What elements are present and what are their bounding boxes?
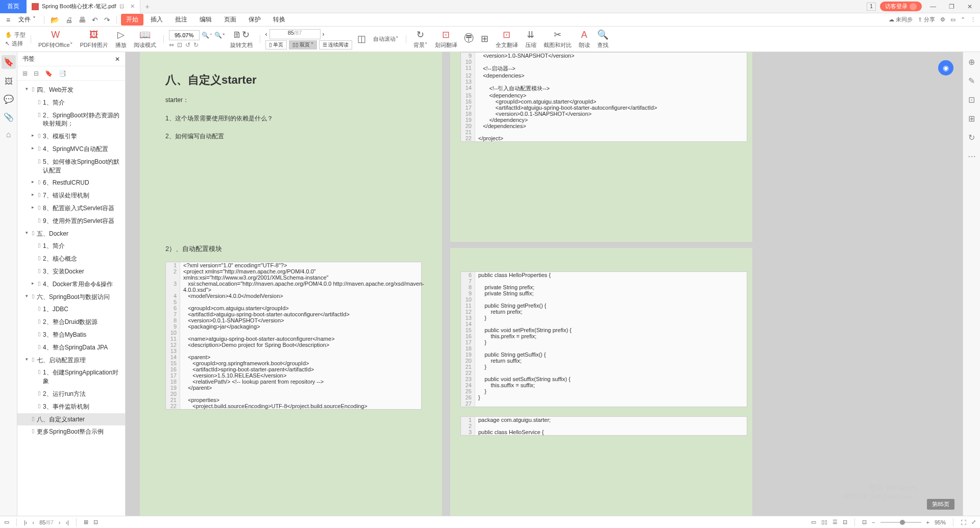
document-viewport[interactable]: 八、自定义starter starter： 1、这个场景需要使用到的依赖是什么？…: [126, 52, 963, 516]
bookmark-item[interactable]: ▯1、JDBC: [17, 303, 125, 316]
menu-convert[interactable]: 转换: [268, 15, 290, 24]
tool-icon-2[interactable]: ✎: [968, 76, 975, 86]
rotate-doc[interactable]: 🗎↻旋转文档: [228, 29, 255, 49]
zoom-out-icon[interactable]: 🔍⁻: [202, 32, 212, 39]
prev-page-status-icon[interactable]: ‹: [33, 519, 35, 525]
bookmark-item[interactable]: ▸▯8、配置嵌入式Servlet容器: [17, 202, 125, 215]
bookmark-item[interactable]: ▸▯4、Docker常用命令&操作: [17, 278, 125, 291]
menu-page[interactable]: 页面: [219, 15, 241, 24]
view-mode-2-icon[interactable]: ▯▯: [821, 519, 827, 525]
pin-icon[interactable]: ⊡: [119, 3, 124, 10]
fit-page-icon[interactable]: ⊡: [177, 41, 182, 48]
status-layout-icon[interactable]: ⊞: [84, 519, 88, 525]
view-mode-3-icon[interactable]: ☰: [832, 519, 838, 525]
thumbnail-rail-icon[interactable]: 🖼: [5, 77, 13, 86]
bookmark-item[interactable]: ▯5、如何修改SpringBoot的默认配置: [17, 156, 125, 177]
save-icon[interactable]: 🖨: [63, 16, 75, 24]
continuous-button[interactable]: ☰ 连续阅读: [319, 40, 352, 49]
select-tool[interactable]: ↖ 选择: [5, 40, 26, 47]
tool-icon-1[interactable]: ⊕: [968, 57, 975, 67]
redo-icon[interactable]: ↷: [102, 16, 112, 24]
menu-insert[interactable]: 插入: [145, 15, 168, 24]
home-rail-icon[interactable]: ⌂: [6, 130, 11, 139]
background[interactable]: ↻背景˅: [411, 29, 430, 49]
file-tab[interactable]: Spring Boot核心技术-笔记.pdf ⊡ ✕: [27, 0, 140, 13]
bookmark-item[interactable]: ▯八、自定义starter: [17, 413, 125, 426]
tool-icon-5[interactable]: ↻: [968, 133, 975, 142]
text-extract[interactable]: 〶: [462, 33, 476, 45]
add-bookmark-icon[interactable]: 🔖: [45, 70, 53, 77]
screenshot[interactable]: ✂截图和对比: [542, 29, 574, 49]
bookmark-item[interactable]: ▾▯四、Web开发: [17, 84, 125, 96]
tool-icon-3[interactable]: ⊡: [968, 95, 975, 105]
collapse-all-icon[interactable]: ⊟: [34, 70, 39, 77]
compress[interactable]: ⇊压缩: [523, 29, 538, 49]
status-view-icon[interactable]: ▭: [4, 519, 9, 525]
bookmark-item[interactable]: ▯3、整合MyBatis: [17, 329, 125, 341]
share-button[interactable]: ⇪ 分享: [918, 16, 935, 23]
zoom-out-status-icon[interactable]: −: [872, 519, 875, 525]
bookmark-item[interactable]: ▸▯6、RestfulCRUD: [17, 177, 125, 189]
first-page-icon[interactable]: |‹: [24, 519, 28, 525]
zoom-slider[interactable]: [880, 522, 921, 523]
status-page[interactable]: 85/87: [39, 519, 54, 525]
maximize-button[interactable]: ❐: [944, 2, 959, 12]
bookmark-item[interactable]: ▸▯7、错误处理机制: [17, 189, 125, 202]
window-icon[interactable]: ▭: [950, 16, 955, 23]
zoom-in-icon[interactable]: 🔍⁺: [214, 32, 225, 39]
minimize-button[interactable]: —: [926, 2, 940, 12]
open-icon[interactable]: 📂: [48, 16, 61, 24]
assistant-float-button[interactable]: ◉: [938, 60, 953, 76]
tool-icon-4[interactable]: ⊞: [968, 114, 975, 123]
rotate-left-icon[interactable]: ↺: [185, 41, 190, 48]
bookmark-nav[interactable]: ◫: [355, 33, 368, 45]
bookmark-item[interactable]: ▯更多SpringBoot整合示例: [17, 425, 125, 438]
fit-width-icon[interactable]: ⇔: [169, 41, 174, 48]
auto-scroll[interactable]: 自动滚动˅: [371, 35, 401, 43]
zoom-input[interactable]: [169, 30, 200, 40]
ocr[interactable]: ⊞: [479, 33, 491, 45]
hamburger-icon[interactable]: ≡: [4, 16, 12, 24]
close-window-button[interactable]: ✕: [963, 2, 977, 12]
status-layout-icon-2[interactable]: ⊡: [93, 519, 98, 525]
double-page-button[interactable]: ▯▯ 双页˅: [289, 40, 317, 49]
bookmark-item[interactable]: ▯2、SpringBoot对静态资源的映射规则；: [17, 109, 125, 131]
play-button[interactable]: ▷播放: [113, 29, 129, 49]
close-panel-icon[interactable]: ✕: [115, 56, 120, 63]
next-page-icon[interactable]: ›: [323, 31, 325, 38]
add-tab-button[interactable]: +: [140, 3, 155, 11]
next-page-status-icon[interactable]: ›: [59, 519, 61, 525]
bookmark-item[interactable]: ▯1、简介: [17, 96, 125, 109]
view-mode-1-icon[interactable]: ▭: [811, 519, 816, 525]
close-tab-icon[interactable]: ✕: [130, 3, 135, 10]
home-tab[interactable]: 首页: [0, 0, 27, 13]
fullscreen-icon[interactable]: ⛶: [961, 519, 966, 525]
bookmark-item[interactable]: ▯1、创建SpringApplication对象: [17, 366, 125, 388]
read-aloud[interactable]: A朗读: [577, 30, 592, 49]
bookmark-item[interactable]: ▾▯六、SpringBoot与数据访问: [17, 291, 125, 304]
bookmark-item[interactable]: ▯2、核心概念: [17, 253, 125, 265]
zoom-in-status-icon[interactable]: +: [926, 519, 929, 525]
fit-icon[interactable]: ⊡: [862, 519, 867, 525]
pdf-to-image[interactable]: 🖼PDF转图片: [78, 30, 110, 49]
bookmark-rail-icon[interactable]: 🔖: [2, 55, 16, 69]
menu-annotate[interactable]: 批注: [170, 15, 192, 24]
bookmark-item[interactable]: ▯2、运行run方法: [17, 388, 125, 400]
single-page-button[interactable]: ▯ 单页: [265, 40, 287, 49]
notification-badge[interactable]: 1: [867, 3, 876, 11]
bookmark-item[interactable]: ▸▯4、SpringMVC自动配置: [17, 143, 125, 156]
bookmark-item[interactable]: ▯2、整合Druid数据源: [17, 316, 125, 329]
expand-all-icon[interactable]: ⊞: [22, 70, 28, 77]
word-translate[interactable]: ⊡划词翻译: [433, 29, 459, 49]
find-button[interactable]: 🔍查找: [595, 29, 610, 49]
attachment-rail-icon[interactable]: 📎: [4, 112, 14, 122]
bookmark-item[interactable]: ▯4、整合SpringData JPA: [17, 341, 125, 354]
view-mode-4-icon[interactable]: ⊡: [843, 519, 847, 525]
hand-tool[interactable]: ✋ 手型: [5, 31, 26, 39]
file-menu[interactable]: 文件 ˅: [14, 15, 39, 24]
zoom-value[interactable]: 95%: [935, 519, 946, 525]
bookmark-item[interactable]: ▾▯七、启动配置原理: [17, 354, 125, 367]
delete-bookmark-icon[interactable]: 📑: [59, 70, 66, 77]
page-input[interactable]: 85/87: [270, 29, 321, 39]
bookmark-item[interactable]: ▯1、简介: [17, 240, 125, 253]
